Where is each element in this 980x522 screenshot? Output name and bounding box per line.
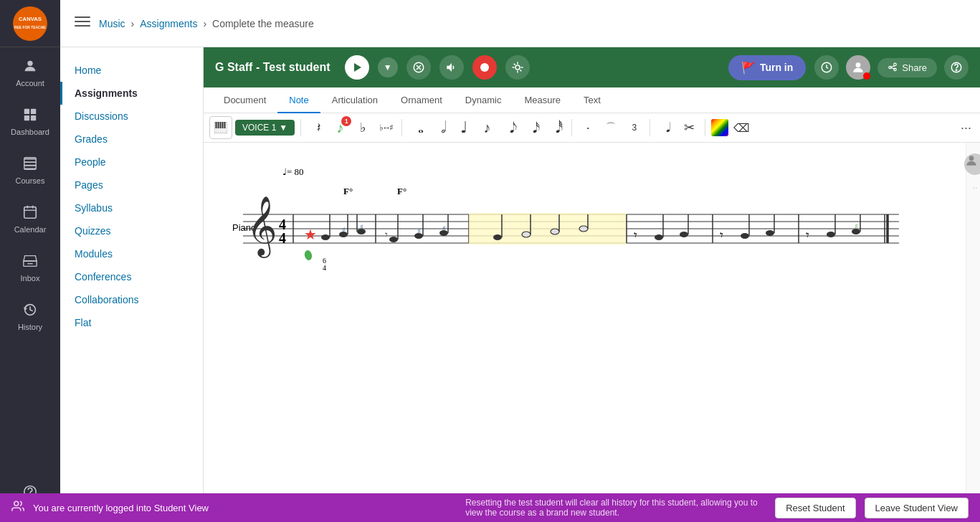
record-button[interactable] [472, 55, 497, 80]
dotted-note-button[interactable]: ♪ [330, 118, 350, 138]
svg-text:♯: ♯ [855, 222, 858, 230]
svg-rect-9 [24, 207, 37, 219]
sidebar-history-label: History [18, 323, 42, 331]
tab-document[interactable]: Document [212, 87, 277, 113]
scissors-button[interactable]: ✂ [679, 118, 699, 138]
quarter-note-button[interactable]: ♩ [454, 118, 474, 138]
tab-text[interactable]: Text [572, 87, 612, 113]
course-nav-syllabus[interactable]: Syllabus [60, 196, 203, 219]
volume-button[interactable] [439, 55, 464, 80]
sidebar-calendar-label: Calendar [14, 225, 47, 234]
voice-label: VOICE 1 [242, 123, 276, 133]
tab-note[interactable]: Note [277, 87, 320, 113]
canvas-logo-container: CANVAS FREE FOR TEACHER [0, 0, 60, 47]
svg-text:♯: ♯ [417, 227, 421, 235]
sidebar-item-account[interactable]: Account [0, 47, 60, 96]
account-icon [20, 56, 40, 76]
accidental-buttons[interactable]: ♭↔♯ [376, 118, 396, 138]
flat-toolbar-row: VOICE 1 ▼ 𝄽 ♪ ♭ ♭↔♯ 𝅝 𝅗𝅥 ♩ ♪ 𝅘𝅥𝅮 𝅘𝅥𝅯 𝅘𝅥� [204, 113, 980, 142]
breadcrumb-music[interactable]: Music [99, 18, 125, 29]
course-nav-modules[interactable]: Modules [60, 242, 203, 265]
playback-dropdown-button[interactable]: ▼ [378, 57, 398, 77]
course-nav-conferences[interactable]: Conferences [60, 265, 203, 288]
erase-button[interactable]: ⌫ [731, 118, 751, 138]
sidebar-item-courses[interactable]: Courses [0, 145, 60, 194]
breadcrumb-sep-2: › [203, 18, 206, 29]
piano-keyboard-button[interactable] [209, 116, 232, 139]
rest-button[interactable]: 𝄽 [307, 118, 327, 138]
tab-measure[interactable]: Measure [513, 87, 572, 113]
whole-note-button[interactable]: 𝅝 [408, 118, 428, 138]
course-nav-collaborations[interactable]: Collaborations [60, 288, 203, 311]
toolbar-separator-5 [705, 119, 705, 136]
course-nav-flat[interactable]: Flat [60, 311, 203, 334]
svg-rect-37 [220, 122, 222, 128]
turn-in-button[interactable]: 🚩 Turn in [728, 55, 806, 80]
course-nav-discussions[interactable]: Discussions [60, 105, 203, 128]
course-nav-assignments[interactable]: Assignments [60, 82, 203, 105]
sidebar-item-history[interactable]: History [0, 291, 60, 340]
staccato-button[interactable]: · [578, 118, 598, 138]
student-view-icon [11, 500, 24, 516]
course-nav-quizzes[interactable]: Quizzes [60, 219, 203, 242]
tab-dynamic[interactable]: Dynamic [454, 87, 513, 113]
thirty-second-button[interactable]: 𝅘𝅥𝅰 [546, 118, 566, 138]
leave-student-view-button[interactable]: Leave Student View [865, 498, 969, 518]
timer-button[interactable] [814, 55, 839, 80]
main-content: G Staff - Test student ▼ 🚩 Turn i [204, 47, 980, 493]
flat-header: G Staff - Test student ▼ 🚩 Turn i [204, 47, 980, 87]
tab-ornament[interactable]: Ornament [389, 87, 454, 113]
play-button[interactable] [345, 55, 369, 80]
svg-rect-36 [218, 122, 219, 128]
eighth-note-button[interactable]: ♪ [477, 118, 497, 138]
svg-rect-35 [216, 122, 217, 128]
svg-point-84 [522, 232, 531, 237]
tuplet-button[interactable]: 3 [624, 118, 644, 138]
music-score-svg: ♩= 80 F° F° Piano 𝄞 4 4 [232, 157, 913, 272]
svg-text:FREE FOR TEACHER: FREE FOR TEACHER [14, 25, 46, 29]
share-button[interactable]: Share [877, 58, 937, 77]
help-button[interactable] [944, 55, 969, 80]
half-note-button[interactable]: 𝅗𝅥 [431, 118, 451, 138]
inbox-icon [20, 251, 40, 271]
svg-rect-19 [75, 21, 90, 22]
stem-up-button[interactable]: 𝅘𝅥 [656, 118, 676, 138]
sixteenth-note-button[interactable]: 𝅘𝅥𝅯 [523, 118, 543, 138]
reset-student-button[interactable]: Reset Student [775, 498, 855, 518]
metronome-button[interactable] [406, 55, 431, 80]
color-palette-button[interactable] [711, 119, 728, 136]
course-nav-people[interactable]: People [60, 151, 203, 174]
sidebar-item-dashboard[interactable]: Dashboard [0, 96, 60, 145]
sidebar-account-label: Account [16, 79, 44, 87]
dotted-eighth-button[interactable]: 𝅘𝅥𝅮 [500, 118, 520, 138]
tab-articulation[interactable]: Articulation [320, 87, 389, 113]
toolbar-more-button[interactable]: ··· [958, 118, 974, 138]
breadcrumb-assignments[interactable]: Assignments [140, 18, 197, 29]
svg-text:𝄾: 𝄾 [634, 232, 637, 238]
svg-text:♩= 80: ♩= 80 [282, 166, 304, 177]
hamburger-button[interactable] [75, 14, 90, 33]
avatar-status-dot [863, 72, 870, 80]
course-nav-pages[interactable]: Pages [60, 174, 203, 196]
courses-icon [20, 153, 40, 174]
tie-button[interactable]: ⌒ [601, 118, 621, 138]
svg-rect-55 [469, 213, 627, 245]
svg-point-98 [766, 230, 774, 236]
tuner-button[interactable] [505, 55, 530, 80]
toolbar-separator-3 [571, 119, 572, 136]
course-nav-home[interactable]: Home [60, 59, 203, 82]
student-view-description: Resetting the test student will clear al… [465, 498, 766, 518]
flat-note-button[interactable]: ♭ [353, 118, 373, 138]
turn-in-label: Turn in [760, 62, 793, 73]
flat-right-panel: .. [966, 143, 980, 493]
voice-selector-button[interactable]: VOICE 1 ▼ [235, 120, 295, 136]
svg-text:♯: ♯ [360, 223, 363, 231]
sidebar-item-calendar[interactable]: Calendar [0, 194, 60, 242]
svg-rect-38 [222, 122, 224, 128]
svg-point-0 [14, 8, 46, 39]
svg-point-70 [303, 250, 313, 261]
course-nav-grades[interactable]: Grades [60, 128, 203, 151]
breadcrumb-sep-1: › [131, 18, 135, 29]
svg-text:𝄾: 𝄾 [806, 232, 809, 238]
sidebar-item-inbox[interactable]: Inbox [0, 242, 60, 291]
